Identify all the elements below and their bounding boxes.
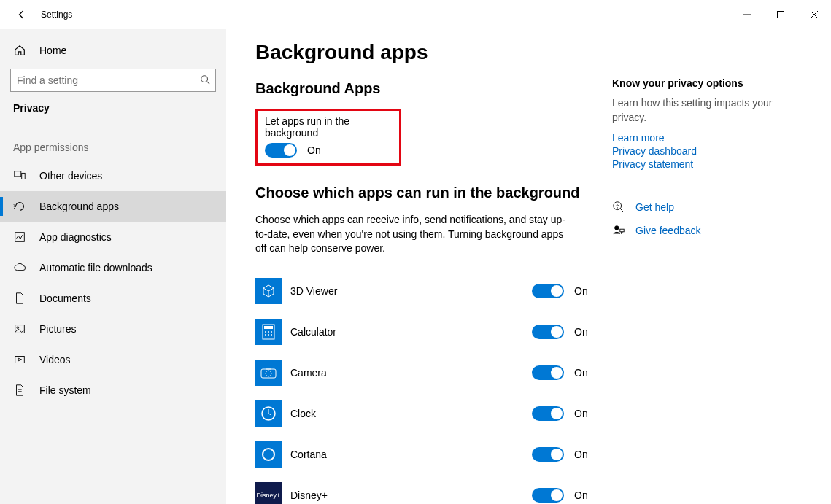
svg-rect-6 [15, 171, 21, 177]
sidebar-item-documents[interactable]: Documents [0, 283, 226, 314]
home-nav[interactable]: Home [0, 36, 226, 64]
feedback-icon [612, 224, 625, 237]
home-icon [13, 44, 26, 57]
master-toggle-highlight: Let apps run in the background On [255, 109, 401, 166]
svg-rect-12 [15, 357, 25, 363]
search-input[interactable] [10, 69, 216, 92]
close-button[interactable] [797, 3, 831, 26]
privacy-heading: Know your privacy options [612, 77, 802, 89]
svg-rect-17 [264, 326, 273, 329]
pictures-icon [13, 322, 26, 336]
app-name: Camera [290, 367, 327, 379]
app-row: Calculator On [255, 311, 612, 352]
sidebar-item-automatic-downloads[interactable]: Automatic file downloads [0, 252, 226, 283]
app-name: 3D Viewer [290, 285, 337, 297]
app-icon-clock [255, 400, 282, 427]
app-row: Cortana On [255, 434, 612, 475]
link-privacy-statement[interactable]: Privacy statement [612, 158, 802, 170]
minimize-button[interactable] [730, 3, 764, 26]
svg-point-25 [266, 371, 271, 376]
sidebar-item-file-system[interactable]: File system [0, 375, 226, 406]
app-name: Clock [290, 408, 316, 419]
app-name: Disney+ [290, 489, 328, 501]
sidebar-item-videos[interactable]: Videos [0, 344, 226, 375]
master-toggle[interactable] [265, 143, 297, 158]
app-row: Clock On [255, 393, 612, 434]
section-choose-apps: Choose which apps can run in the backgro… [255, 185, 612, 201]
app-toggle-state: On [574, 449, 588, 460]
svg-point-4 [201, 76, 208, 82]
app-toggle-state: On [574, 408, 588, 419]
link-give-feedback[interactable]: Give feedback [635, 225, 701, 236]
app-toggle-camera[interactable] [532, 365, 564, 380]
search-icon [200, 74, 210, 88]
svg-point-20 [271, 331, 272, 333]
app-toggle-disney[interactable] [532, 488, 564, 503]
app-name: Calculator [290, 326, 336, 338]
window-title: Settings [41, 9, 72, 20]
svg-rect-26 [266, 368, 271, 370]
devices-icon [13, 169, 26, 182]
sidebar-item-label: App diagnostics [39, 231, 112, 243]
privacy-sub: Learn how this setting impacts your priv… [612, 96, 802, 125]
sidebar-item-label: Videos [39, 354, 71, 365]
master-toggle-state: On [307, 144, 321, 156]
sidebar-item-label: Background apps [39, 201, 119, 212]
app-toggle-calculator[interactable] [532, 325, 564, 339]
category-label: Privacy [0, 92, 226, 121]
svg-rect-9 [15, 233, 25, 242]
svg-point-11 [17, 327, 19, 329]
sidebar-item-pictures[interactable]: Pictures [0, 314, 226, 344]
app-icon-calculator [255, 319, 282, 345]
svg-rect-10 [15, 325, 25, 333]
app-row: Disney+ Disney+ On [255, 475, 612, 504]
app-icon-camera [255, 360, 282, 386]
back-button[interactable] [9, 9, 35, 20]
sidebar-item-app-diagnostics[interactable]: App diagnostics [0, 222, 226, 252]
cloud-download-icon [13, 261, 26, 274]
sidebar-item-label: Documents [39, 292, 91, 304]
app-toggle-state: On [574, 489, 588, 501]
master-toggle-label: Let apps run in the background [265, 115, 392, 139]
home-label: Home [39, 44, 66, 56]
help-icon [612, 201, 625, 214]
page-title: Background apps [255, 41, 612, 64]
svg-point-32 [617, 207, 618, 208]
sidebar-item-other-devices[interactable]: Other devices [0, 160, 226, 191]
svg-line-29 [268, 414, 271, 415]
sidebar-item-background-apps[interactable]: Background apps [0, 191, 226, 222]
maximize-button[interactable] [764, 3, 797, 26]
svg-point-21 [265, 334, 266, 336]
svg-point-34 [615, 226, 619, 230]
svg-line-33 [620, 209, 624, 212]
app-toggle-state: On [574, 367, 588, 379]
file-system-icon [13, 384, 26, 397]
svg-point-19 [268, 331, 269, 333]
svg-point-18 [265, 331, 266, 333]
app-toggle-cortana[interactable] [532, 447, 564, 462]
sidebar-item-label: Pictures [39, 323, 77, 335]
app-row: 3D Viewer On [255, 271, 612, 311]
app-toggle-3d-viewer[interactable] [532, 284, 564, 298]
videos-icon [13, 353, 26, 366]
svg-line-5 [207, 82, 210, 85]
app-row: Camera On [255, 352, 612, 393]
svg-rect-1 [778, 12, 784, 18]
svg-point-22 [268, 334, 269, 336]
section-choose-desc: Choose which apps can receive info, send… [255, 213, 576, 256]
sidebar-item-label: File system [39, 384, 91, 396]
link-learn-more[interactable]: Learn more [612, 132, 802, 144]
sidebar-item-label: Other devices [39, 170, 102, 182]
sidebar-item-label: Automatic file downloads [39, 262, 152, 274]
app-icon-3d-viewer [255, 278, 282, 304]
svg-marker-13 [18, 358, 22, 361]
link-get-help[interactable]: Get help [635, 201, 674, 213]
link-privacy-dashboard[interactable]: Privacy dashboard [612, 145, 802, 157]
app-toggle-clock[interactable] [532, 406, 564, 421]
sidebar: Home Privacy App permissions Other devic… [0, 29, 226, 504]
documents-icon [13, 292, 26, 305]
svg-rect-35 [620, 229, 624, 232]
app-toggle-state: On [574, 285, 588, 297]
app-name: Cortana [290, 449, 327, 460]
svg-point-23 [271, 334, 272, 336]
